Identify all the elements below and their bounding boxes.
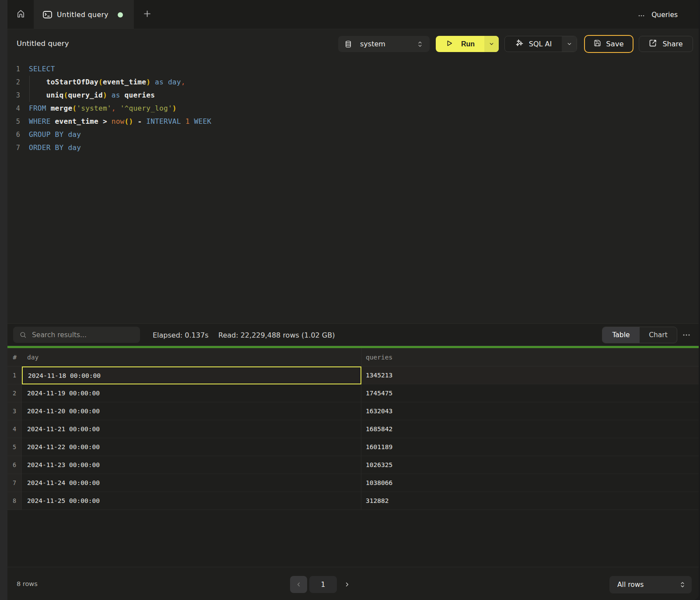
- plus-icon: [144, 10, 150, 19]
- code-line: 4FROM merge('system', '^query_log'): [7, 102, 699, 115]
- day-cell[interactable]: 2024-11-18 00:00:00: [22, 366, 361, 384]
- row-count: 8 rows: [17, 567, 38, 600]
- table-row: 32024-11-20 00:00:001632043: [7, 402, 699, 420]
- tab-bar: Untitled query Queries: [7, 0, 699, 29]
- share-label: Share: [662, 40, 682, 48]
- tab-untitled-query[interactable]: Untitled query: [34, 0, 134, 29]
- row-index-cell[interactable]: 8: [7, 492, 22, 510]
- view-toggle: Table Chart: [602, 327, 677, 343]
- queries-cell[interactable]: 1745475: [361, 384, 699, 402]
- chevrons-up-down-icon: [679, 581, 686, 588]
- table-row: 12024-11-18 00:00:001345213: [7, 366, 699, 384]
- code-line: 6GROUP BY day: [7, 128, 699, 141]
- share-button[interactable]: Share: [639, 36, 693, 52]
- code-line: 2 toStartOfDay(event_time) as day,: [7, 76, 699, 89]
- line-number: 2: [7, 76, 20, 89]
- day-cell[interactable]: 2024-11-24 00:00:00: [22, 474, 361, 492]
- run-options-button[interactable]: [484, 36, 499, 52]
- sqlai-button-group: SQL AI: [504, 36, 577, 52]
- code-text: WHERE event_time > now() - INTERVAL 1 WE…: [29, 115, 211, 128]
- day-cell[interactable]: 2024-11-25 00:00:00: [22, 492, 361, 510]
- column-header-day[interactable]: day: [27, 348, 38, 366]
- run-label: Run: [461, 40, 475, 48]
- sql-editor[interactable]: 1SELECT2 toStartOfDay(event_time) as day…: [7, 58, 699, 323]
- database-value: system: [360, 40, 385, 48]
- line-number: 6: [7, 128, 20, 141]
- column-header-queries[interactable]: queries: [366, 348, 392, 366]
- queries-cell[interactable]: 1601189: [361, 438, 699, 456]
- day-cell[interactable]: 2024-11-21 00:00:00: [22, 420, 361, 438]
- run-button[interactable]: Run: [436, 36, 484, 52]
- sqlai-label: SQL AI: [529, 40, 552, 48]
- results-grid: # day queries 12024-11-18 00:00:00134521…: [7, 348, 699, 567]
- play-icon: [446, 40, 453, 49]
- page-size-value: All rows: [617, 581, 644, 589]
- code-line: 1SELECT: [7, 63, 699, 76]
- database-icon: [345, 40, 351, 48]
- bottom-bar: 8 rows 1 All rows: [7, 567, 699, 600]
- results-menu-button[interactable]: [680, 327, 693, 343]
- previous-page-button[interactable]: [290, 576, 307, 593]
- day-cell[interactable]: 2024-11-22 00:00:00: [22, 438, 361, 456]
- current-page[interactable]: 1: [309, 576, 337, 593]
- line-number: 1: [7, 63, 20, 76]
- sqlai-options-button[interactable]: [562, 36, 577, 52]
- queries-link[interactable]: Queries: [651, 11, 678, 19]
- line-number: 5: [7, 115, 20, 128]
- tab-chart[interactable]: Chart: [640, 327, 677, 343]
- sql-console-page: Untitled query Queries: [0, 0, 700, 600]
- table-row: 82024-11-25 00:00:00312882: [7, 492, 699, 510]
- queries-cell[interactable]: 1345213: [361, 366, 699, 384]
- overflow-dots-icon[interactable]: [638, 10, 644, 19]
- row-index-cell[interactable]: 6: [7, 456, 22, 474]
- row-index-cell[interactable]: 1: [7, 366, 22, 384]
- query-title-bar: Untitled query system: [7, 30, 699, 58]
- save-button[interactable]: Save: [584, 35, 634, 53]
- table-row: 72024-11-24 00:00:001038066: [7, 474, 699, 492]
- terminal-icon: [43, 11, 52, 18]
- run-button-group: Run: [436, 36, 499, 52]
- row-index-cell[interactable]: 7: [7, 474, 22, 492]
- home-button[interactable]: [7, 0, 34, 29]
- search-results-input[interactable]: Search results...: [13, 327, 140, 343]
- row-index-cell[interactable]: 3: [7, 402, 22, 420]
- main-content: Untitled query Queries: [7, 0, 699, 600]
- query-title[interactable]: Untitled query: [17, 39, 69, 48]
- queries-cell[interactable]: 1632043: [361, 402, 699, 420]
- line-number: 4: [7, 102, 20, 115]
- day-cell[interactable]: 2024-11-20 00:00:00: [22, 402, 361, 420]
- code-text: toStartOfDay(event_time) as day,: [29, 76, 186, 89]
- search-placeholder: Search results...: [32, 331, 87, 339]
- line-number: 3: [7, 89, 20, 102]
- table-row: 42024-11-21 00:00:001685842: [7, 420, 699, 438]
- queries-cell[interactable]: 1685842: [361, 420, 699, 438]
- code-line: 7ORDER BY day: [7, 141, 699, 154]
- queries-cell[interactable]: 312882: [361, 492, 699, 510]
- database-selector[interactable]: system: [338, 36, 430, 52]
- next-page-button[interactable]: [339, 576, 356, 593]
- save-label: Save: [606, 40, 624, 48]
- read-stat: Read: 22,229,488 rows (1.02 GB): [218, 324, 335, 346]
- code-line: 3 uniq(query_id) as queries: [7, 89, 699, 102]
- day-cell[interactable]: 2024-11-19 00:00:00: [22, 384, 361, 402]
- code-text: GROUP BY day: [29, 128, 81, 141]
- sparkles-icon: [515, 39, 524, 49]
- queries-cell[interactable]: 1026325: [361, 456, 699, 474]
- queries-cell[interactable]: 1038066: [361, 474, 699, 492]
- save-icon: [594, 39, 601, 49]
- code-text: ORDER BY day: [29, 141, 81, 154]
- topbar-right: Queries: [638, 0, 678, 29]
- page-size-select[interactable]: All rows: [609, 576, 692, 593]
- day-cell[interactable]: 2024-11-23 00:00:00: [22, 456, 361, 474]
- row-index-cell[interactable]: 5: [7, 438, 22, 456]
- share-icon: [649, 39, 657, 49]
- column-header-index[interactable]: #: [7, 348, 22, 366]
- tab-table[interactable]: Table: [602, 327, 640, 343]
- tab-label: Untitled query: [57, 11, 108, 19]
- row-index-cell[interactable]: 2: [7, 384, 22, 402]
- grid-header: # day queries: [7, 348, 699, 366]
- code-text: FROM merge('system', '^query_log'): [29, 102, 177, 115]
- new-tab-button[interactable]: [134, 0, 160, 29]
- row-index-cell[interactable]: 4: [7, 420, 22, 438]
- sqlai-button[interactable]: SQL AI: [505, 36, 562, 52]
